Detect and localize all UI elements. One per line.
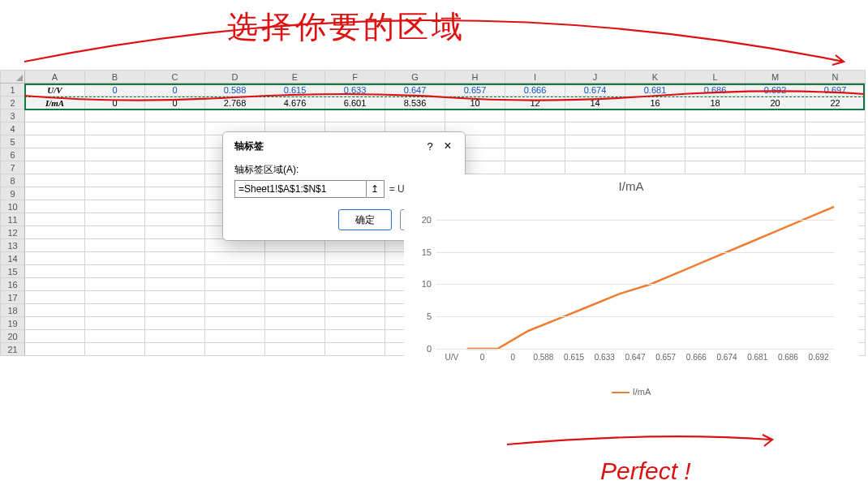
ok-button[interactable]: 确定 — [338, 209, 392, 230]
cell[interactable] — [625, 109, 685, 122]
cell[interactable] — [25, 252, 85, 265]
row-header[interactable]: 5 — [1, 135, 25, 148]
cell[interactable]: 0.686 — [685, 84, 746, 97]
col-header[interactable]: I — [505, 71, 565, 84]
cell[interactable] — [685, 122, 746, 135]
row-header[interactable]: 21 — [1, 343, 25, 356]
row-header[interactable]: 1 — [1, 84, 25, 97]
cell[interactable] — [325, 330, 385, 343]
chart[interactable]: I/mA 05101520 U/V000.5880.6150.6330.6470… — [404, 174, 858, 401]
cell[interactable] — [25, 213, 85, 226]
cell[interactable] — [325, 291, 385, 304]
cell[interactable] — [806, 122, 866, 135]
cell[interactable]: 0.615 — [265, 84, 325, 97]
close-icon[interactable]: × — [439, 139, 457, 153]
col-header[interactable]: A — [25, 71, 85, 84]
cell[interactable] — [746, 122, 806, 135]
row-header[interactable]: 2 — [1, 97, 25, 109]
col-header[interactable]: E — [265, 71, 325, 84]
cell[interactable] — [746, 135, 806, 148]
col-header[interactable]: K — [625, 71, 685, 84]
help-icon[interactable]: ? — [421, 140, 439, 152]
cell[interactable] — [265, 317, 325, 330]
cell[interactable] — [505, 122, 565, 135]
cell[interactable] — [85, 109, 145, 122]
cell[interactable]: 6.601 — [325, 97, 385, 109]
cell[interactable] — [685, 135, 746, 148]
cell[interactable]: 2.768 — [205, 97, 265, 109]
row-header[interactable]: 18 — [1, 304, 25, 317]
row-header[interactable]: 6 — [1, 148, 25, 161]
cell[interactable] — [565, 135, 625, 148]
cell[interactable]: 0 — [145, 97, 205, 109]
range-picker-icon[interactable]: ↥ — [366, 181, 384, 197]
cell[interactable] — [85, 226, 145, 239]
cell[interactable]: 22 — [806, 97, 866, 109]
cell[interactable]: 0.692 — [746, 84, 806, 97]
cell[interactable] — [325, 317, 385, 330]
cell[interactable] — [85, 278, 145, 291]
cell[interactable] — [145, 122, 205, 135]
cell[interactable] — [145, 161, 205, 174]
cell[interactable] — [325, 278, 385, 291]
cell[interactable]: U/V — [25, 84, 85, 97]
cell[interactable] — [806, 161, 866, 174]
cell[interactable] — [205, 265, 265, 278]
cell[interactable] — [205, 317, 265, 330]
col-header[interactable]: C — [145, 71, 205, 84]
cell[interactable] — [265, 252, 325, 265]
cell[interactable] — [685, 109, 746, 122]
cell[interactable]: 0.588 — [205, 84, 265, 97]
cell[interactable] — [85, 317, 145, 330]
cell[interactable] — [85, 330, 145, 343]
cell[interactable] — [85, 304, 145, 317]
row-header[interactable]: 4 — [1, 122, 25, 135]
cell[interactable] — [145, 304, 205, 317]
cell[interactable] — [25, 148, 85, 161]
cell[interactable] — [746, 109, 806, 122]
cell[interactable] — [685, 161, 746, 174]
cell[interactable] — [565, 109, 625, 122]
cell[interactable] — [25, 304, 85, 317]
cell[interactable] — [565, 161, 625, 174]
cell[interactable] — [145, 265, 205, 278]
row-header[interactable]: 7 — [1, 161, 25, 174]
cell[interactable] — [85, 291, 145, 304]
col-header[interactable]: F — [325, 71, 385, 84]
cell[interactable] — [85, 148, 145, 161]
cell[interactable] — [505, 135, 565, 148]
cell[interactable] — [205, 291, 265, 304]
cell[interactable] — [505, 148, 565, 161]
cell[interactable] — [205, 109, 265, 122]
cell[interactable] — [806, 135, 866, 148]
cell[interactable] — [25, 239, 85, 252]
cell[interactable]: 0.697 — [806, 84, 866, 97]
col-header[interactable]: N — [806, 71, 866, 84]
cell[interactable] — [85, 161, 145, 174]
cell[interactable] — [25, 161, 85, 174]
cell[interactable]: 0 — [85, 97, 145, 109]
row-header[interactable]: 9 — [1, 187, 25, 200]
cell[interactable] — [145, 174, 205, 187]
row-header[interactable]: 11 — [1, 213, 25, 226]
cell[interactable] — [85, 265, 145, 278]
cell[interactable] — [325, 265, 385, 278]
cell[interactable] — [265, 304, 325, 317]
cell[interactable] — [145, 239, 205, 252]
cell[interactable] — [25, 122, 85, 135]
cell[interactable] — [145, 200, 205, 213]
cell[interactable]: 8.536 — [385, 97, 445, 109]
cell[interactable] — [25, 187, 85, 200]
cell[interactable] — [746, 161, 806, 174]
row-header[interactable]: 12 — [1, 226, 25, 239]
cell[interactable] — [25, 135, 85, 148]
cell[interactable] — [25, 278, 85, 291]
cell[interactable] — [325, 252, 385, 265]
cell[interactable]: 0 — [145, 84, 205, 97]
cell[interactable] — [25, 265, 85, 278]
cell[interactable] — [625, 148, 685, 161]
cell[interactable]: 20 — [746, 97, 806, 109]
cell[interactable] — [205, 343, 265, 356]
col-header[interactable]: J — [565, 71, 625, 84]
cell[interactable]: 0 — [85, 84, 145, 97]
